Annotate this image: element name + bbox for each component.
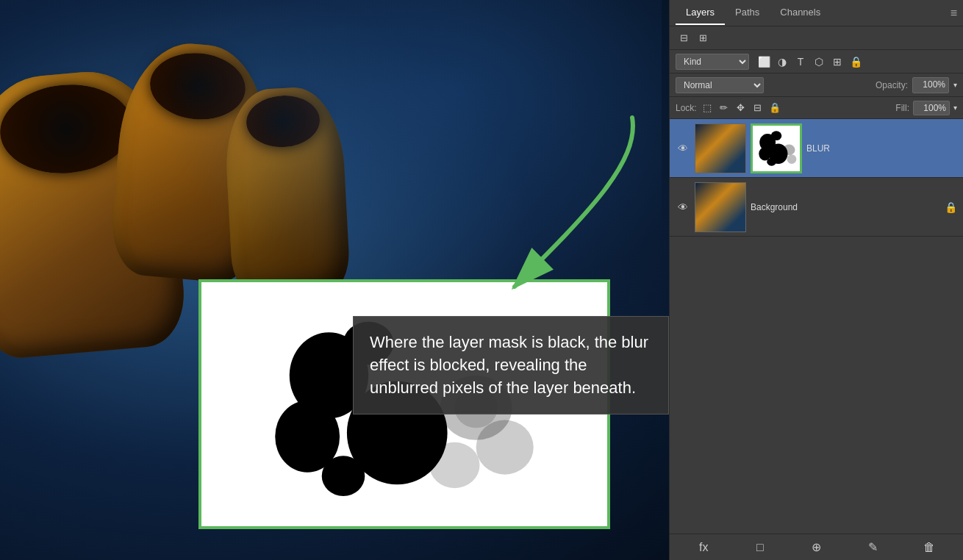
properties-icon[interactable]: ⊞ xyxy=(695,30,711,46)
layer-blur-name: BLUR xyxy=(806,143,957,154)
svg-point-17 xyxy=(783,144,795,155)
create-group-button[interactable]: ⊕ xyxy=(806,537,826,558)
tab-channels[interactable]: Channels xyxy=(770,1,831,25)
svg-point-9 xyxy=(429,442,479,488)
layer-background-thumbnail xyxy=(695,182,746,232)
delete-layer-button[interactable]: 🗑 xyxy=(919,537,939,558)
tab-paths[interactable]: Paths xyxy=(725,1,770,25)
lock-position-icon[interactable]: ✥ xyxy=(734,101,748,115)
svg-point-13 xyxy=(771,131,782,140)
panel-toolbar: ⊟ ⊞ xyxy=(670,26,963,50)
lock-transparent-icon[interactable]: ⬚ xyxy=(701,101,714,115)
svg-point-18 xyxy=(787,154,797,164)
layer-background-name: Background xyxy=(751,202,940,212)
tab-layers[interactable]: Layers xyxy=(676,1,725,25)
add-fx-button[interactable]: fx xyxy=(693,537,714,558)
layer-background-visibility-icon[interactable]: 👁 xyxy=(676,200,690,215)
lock-artboard-icon[interactable]: ⊟ xyxy=(751,101,765,115)
fill-dropdown-arrow[interactable]: ▾ xyxy=(953,104,957,112)
blend-mode-row: Normal Opacity: 100% ▾ xyxy=(670,73,963,97)
svg-point-6 xyxy=(322,456,365,496)
kind-filter-row: Kind ⬜ ◑ T ⬡ ⊞ 🔒 xyxy=(670,50,963,73)
lock-filter-icon[interactable]: 🔒 xyxy=(848,54,863,69)
blend-mode-dropdown[interactable]: Normal xyxy=(676,77,764,93)
lock-label: Lock: xyxy=(676,103,697,113)
shape-filter-icon[interactable]: ⬡ xyxy=(812,54,826,69)
fill-value[interactable]: 100% xyxy=(913,101,950,115)
description-text: Where the layer mask is black, the blur … xyxy=(370,331,652,399)
layer-filter-icon[interactable]: ⊟ xyxy=(676,30,692,46)
layer-blur-visibility-icon[interactable]: 👁 xyxy=(676,141,690,156)
layer-blur-mask-thumbnail[interactable] xyxy=(751,123,802,173)
layers-list: 👁 BLUR 👁 xyxy=(670,119,963,237)
lock-brush-icon[interactable]: ✏ xyxy=(717,101,731,115)
lock-all-icon[interactable]: 🔒 xyxy=(768,101,781,115)
layer-row-blur[interactable]: 👁 BLUR xyxy=(670,119,963,178)
opacity-dropdown-arrow[interactable]: ▾ xyxy=(953,81,957,89)
create-adjustment-button[interactable]: ✎ xyxy=(862,537,883,558)
fill-label: Fill: xyxy=(895,103,909,113)
layer-row-background[interactable]: 👁 Background 🔒 xyxy=(670,178,963,237)
panel-menu-icon[interactable]: ≡ xyxy=(951,7,957,20)
svg-point-8 xyxy=(476,420,534,474)
panel-tabs-bar: Layers Paths Channels ≡ xyxy=(670,0,963,26)
svg-point-16 xyxy=(767,157,776,165)
panel-bottom-toolbar: fx □ ⊕ ✎ 🗑 xyxy=(670,534,963,560)
kind-dropdown[interactable]: Kind xyxy=(676,54,749,70)
type-filter-icon[interactable]: T xyxy=(793,54,808,69)
layer-background-lock-icon: 🔒 xyxy=(945,201,957,213)
pixel-filter-icon[interactable]: ⬜ xyxy=(756,54,771,69)
opacity-label: Opacity: xyxy=(876,80,908,90)
layer-blur-thumbnail xyxy=(695,123,746,173)
opacity-value[interactable]: 100% xyxy=(912,77,949,93)
description-box: Where the layer mask is black, the blur … xyxy=(353,316,669,414)
layers-panel: Layers Paths Channels ≡ ⊟ ⊞ Kind ⬜ ◑ T ⬡… xyxy=(669,0,963,560)
lock-fill-row: Lock: ⬚ ✏ ✥ ⊟ 🔒 Fill: 100% ▾ xyxy=(670,97,963,119)
smartobject-filter-icon[interactable]: ⊞ xyxy=(830,54,845,69)
adjustment-filter-icon[interactable]: ◑ xyxy=(775,54,790,69)
add-mask-button[interactable]: □ xyxy=(750,537,770,558)
